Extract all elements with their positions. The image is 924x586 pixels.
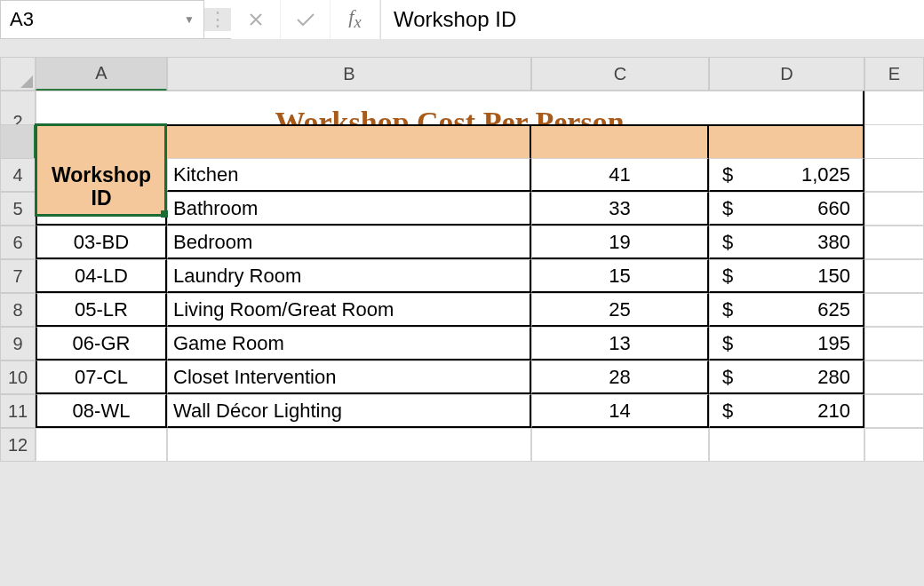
cell-type[interactable]: Laundry Room bbox=[167, 259, 531, 293]
currency-symbol: $ bbox=[722, 231, 733, 254]
cell-cost[interactable]: $660 bbox=[709, 192, 864, 226]
formula-bar-separator: ⋮ bbox=[204, 8, 231, 31]
currency-symbol: $ bbox=[722, 366, 733, 389]
currency-symbol: $ bbox=[722, 197, 733, 220]
cell-id[interactable]: 03-BD bbox=[36, 226, 167, 259]
cell-participants[interactable]: 28 bbox=[531, 360, 709, 394]
currency-symbol: $ bbox=[722, 265, 733, 288]
cell-cost[interactable]: $280 bbox=[709, 360, 864, 394]
cell-empty[interactable] bbox=[864, 360, 924, 394]
cost-value: 660 bbox=[817, 197, 850, 220]
col-head-c[interactable]: C bbox=[531, 57, 709, 91]
cell-id[interactable]: 07-CL bbox=[36, 360, 167, 394]
cell-id[interactable]: 05-LR bbox=[36, 293, 167, 327]
currency-symbol: $ bbox=[722, 332, 733, 355]
cell-c12[interactable] bbox=[531, 428, 709, 462]
cell-participants[interactable]: 41 bbox=[531, 158, 709, 192]
cost-value: 280 bbox=[817, 366, 850, 389]
header-workshop-id[interactable]: Workshop ID bbox=[36, 124, 167, 217]
cell-type[interactable]: Bedroom bbox=[167, 226, 531, 259]
currency-symbol: $ bbox=[722, 298, 733, 321]
formula-bar: A3 ▼ ⋮ fx Workshop ID bbox=[0, 0, 924, 39]
header-workshop-id-text: Workshop ID bbox=[43, 164, 160, 210]
cell-type[interactable]: Kitchen bbox=[167, 158, 531, 192]
row-head[interactable]: 6 bbox=[0, 226, 36, 259]
cell-id[interactable]: 04-LD bbox=[36, 259, 167, 293]
cell-cost[interactable]: $150 bbox=[709, 259, 864, 293]
cell-cost[interactable]: $625 bbox=[709, 293, 864, 327]
cost-value: 210 bbox=[817, 400, 850, 423]
name-box-value: A3 bbox=[10, 8, 34, 31]
cost-value: 1,025 bbox=[801, 163, 850, 186]
cell-empty[interactable] bbox=[864, 226, 924, 259]
cell-type[interactable]: Wall Décor Lighting bbox=[167, 394, 531, 428]
cost-value: 625 bbox=[817, 298, 850, 321]
row-head[interactable]: 10 bbox=[0, 360, 36, 394]
cell-e12[interactable] bbox=[864, 428, 924, 462]
cell-cost[interactable]: $210 bbox=[709, 394, 864, 428]
cost-value: 150 bbox=[817, 265, 850, 288]
cost-value: 380 bbox=[817, 231, 850, 254]
col-head-a[interactable]: A bbox=[36, 57, 167, 91]
cell-empty[interactable] bbox=[864, 394, 924, 428]
currency-symbol: $ bbox=[722, 400, 733, 423]
col-head-b[interactable]: B bbox=[167, 57, 531, 91]
cell-participants[interactable]: 13 bbox=[531, 327, 709, 360]
row-head[interactable]: 7 bbox=[0, 259, 36, 293]
cell-type[interactable]: Bathroom bbox=[167, 192, 531, 226]
currency-symbol: $ bbox=[722, 163, 733, 186]
cell-cost[interactable]: $1,025 bbox=[709, 158, 864, 192]
cell-participants[interactable]: 14 bbox=[531, 394, 709, 428]
formula-input-value: Workshop ID bbox=[394, 7, 516, 32]
spreadsheet-area: A B C D E 2 Workshop Cost Per Person 3 W… bbox=[0, 39, 924, 462]
cell-type[interactable]: Living Room/Great Room bbox=[167, 293, 531, 327]
cell-empty[interactable] bbox=[864, 158, 924, 192]
formula-input[interactable]: Workshop ID bbox=[380, 0, 924, 39]
cell-type[interactable]: Closet Intervention bbox=[167, 360, 531, 394]
cell-a12[interactable] bbox=[36, 428, 167, 462]
row-head[interactable]: 9 bbox=[0, 327, 36, 360]
cell-empty[interactable] bbox=[864, 259, 924, 293]
col-head-e[interactable]: E bbox=[864, 57, 924, 91]
grid: A B C D E 2 Workshop Cost Per Person 3 W… bbox=[0, 57, 924, 462]
cell-type[interactable]: Game Room bbox=[167, 327, 531, 360]
cell-d12[interactable] bbox=[709, 428, 864, 462]
cell-empty[interactable] bbox=[864, 327, 924, 360]
name-box-dropdown-icon[interactable]: ▼ bbox=[184, 13, 195, 26]
col-head-d[interactable]: D bbox=[709, 57, 864, 91]
cell-id[interactable]: 06-GR bbox=[36, 327, 167, 360]
cell-empty[interactable] bbox=[864, 192, 924, 226]
cost-value: 195 bbox=[817, 332, 850, 355]
cancel-formula-button[interactable] bbox=[231, 0, 281, 39]
cell-participants[interactable]: 25 bbox=[531, 293, 709, 327]
row-head-12[interactable]: 12 bbox=[0, 428, 36, 462]
fill-handle[interactable] bbox=[161, 210, 168, 218]
insert-function-button[interactable]: fx bbox=[331, 0, 380, 39]
name-box[interactable]: A3 ▼ bbox=[0, 0, 204, 39]
cell-b12[interactable] bbox=[167, 428, 531, 462]
cell-participants[interactable]: 19 bbox=[531, 226, 709, 259]
row-head[interactable]: 11 bbox=[0, 394, 36, 428]
fx-icon: fx bbox=[348, 5, 361, 32]
cell-participants[interactable]: 33 bbox=[531, 192, 709, 226]
accept-formula-button[interactable] bbox=[281, 0, 331, 39]
row-head[interactable]: 5 bbox=[0, 192, 36, 226]
check-icon bbox=[296, 12, 315, 28]
select-all-corner[interactable] bbox=[0, 57, 36, 91]
row-head[interactable]: 8 bbox=[0, 293, 36, 327]
row-head[interactable]: 4 bbox=[0, 158, 36, 192]
cell-id[interactable]: 08-WL bbox=[36, 394, 167, 428]
cell-cost[interactable]: $195 bbox=[709, 327, 864, 360]
cell-cost[interactable]: $380 bbox=[709, 226, 864, 259]
x-icon bbox=[248, 12, 264, 28]
cell-participants[interactable]: 15 bbox=[531, 259, 709, 293]
cell-empty[interactable] bbox=[864, 293, 924, 327]
